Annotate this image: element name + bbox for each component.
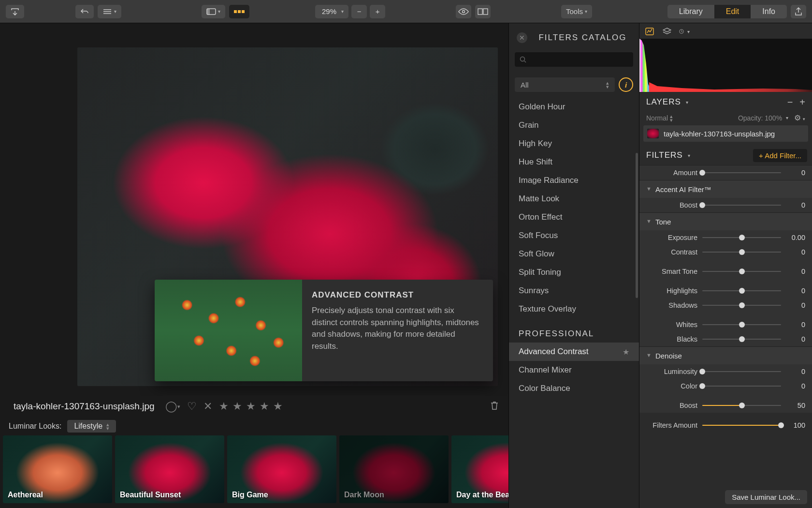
slider-boost[interactable]: Boost50 <box>639 398 812 413</box>
color-tag-button[interactable]: ◯▾ <box>165 400 180 413</box>
slider-color[interactable]: Color0 <box>639 379 812 393</box>
catalog-item[interactable]: Hue Shift <box>509 153 639 171</box>
catalog-item[interactable]: Split Toning <box>509 263 639 282</box>
export-button[interactable] <box>6 5 24 18</box>
catalog-item[interactable]: Soft Glow <box>509 245 639 263</box>
catalog-close-button[interactable]: ✕ <box>517 32 527 43</box>
svg-rect-3 <box>238 10 241 13</box>
zoom-in-button[interactable]: + <box>370 5 385 18</box>
svg-rect-4 <box>242 10 245 13</box>
history-button[interactable]: ▾ <box>98 5 121 18</box>
look-item[interactable]: Big Game <box>227 435 336 503</box>
opacity-value[interactable]: 100% <box>765 114 782 122</box>
favorite-button[interactable]: ♡ <box>187 400 197 413</box>
add-filter-button[interactable]: + Add Filter... <box>753 149 807 162</box>
filter-group-header[interactable]: ▼Tone <box>639 213 812 230</box>
slider-whites[interactable]: Whites0 <box>639 317 812 332</box>
preview-toggle-button[interactable] <box>456 5 471 18</box>
slider-smart-tone[interactable]: Smart Tone0 <box>639 264 812 279</box>
filter-group-header[interactable]: ▼Accent AI Filter™ <box>639 180 812 198</box>
layers-section-header[interactable]: LAYERS ▾ − + <box>639 92 812 112</box>
layer-settings-button[interactable]: ⚙▾ <box>794 113 805 122</box>
slider-highlights[interactable]: Highlights0 <box>639 284 812 298</box>
filter-group-header[interactable]: ▼Denoise <box>639 347 812 364</box>
delete-button[interactable] <box>490 401 499 413</box>
compare-button[interactable] <box>475 5 491 18</box>
look-item[interactable]: Beautiful Sunset <box>115 435 224 503</box>
layer-row[interactable]: tayla-kohler-1307163-unsplash.jpg <box>643 125 808 142</box>
tab-library[interactable]: Library <box>667 5 714 18</box>
catalog-item[interactable]: High Key <box>509 134 639 153</box>
scrollbar[interactable] <box>636 153 638 298</box>
slider-exposure[interactable]: Exposure0.00 <box>639 230 812 245</box>
layers-tab-icon[interactable] <box>662 26 672 37</box>
slider-blacks[interactable]: Blacks0 <box>639 332 812 346</box>
tab-edit[interactable]: Edit <box>714 5 751 18</box>
undo-button[interactable] <box>75 5 94 18</box>
catalog-item[interactable]: Color Balance <box>509 379 639 398</box>
look-item[interactable]: Dark Moon <box>339 435 449 503</box>
mode-tabs: Library Edit Info <box>667 5 787 18</box>
slider-boost[interactable]: Boost0 <box>639 198 812 212</box>
catalog-group-header: PROFESSIONAL <box>509 318 639 343</box>
svg-point-5 <box>463 10 465 13</box>
canvas-area[interactable]: ADVANCED CONTRAST Precisely adjusts tona… <box>0 23 508 396</box>
sidebar-toggle-button[interactable]: ▾ <box>202 5 225 18</box>
catalog-item[interactable]: Image Radiance <box>509 171 639 190</box>
blend-mode-dropdown[interactable]: Normal ▴▾ <box>646 114 673 122</box>
filter-tooltip-thumb <box>155 280 302 381</box>
favorite-star-icon[interactable]: ★ <box>623 347 629 357</box>
save-look-button[interactable]: Save Luminar Look... <box>725 490 807 504</box>
slider-amount[interactable]: Amount0 <box>639 165 812 180</box>
slider-luminosity[interactable]: Luminosity0 <box>639 364 812 379</box>
share-button[interactable] <box>791 5 806 18</box>
catalog-item[interactable]: Soft Focus <box>509 226 639 245</box>
looks-category-dropdown[interactable]: Lifestyle ▴▾ <box>67 420 116 433</box>
tab-info[interactable]: Info <box>751 5 787 18</box>
zoom-dropdown[interactable]: 29%▾ <box>315 5 348 18</box>
filters-scroll[interactable]: Amount0▼Accent AI Filter™Boost0▼ToneExpo… <box>639 165 812 490</box>
catalog-item[interactable]: Sunrays <box>509 282 639 300</box>
svg-rect-1 <box>207 9 210 15</box>
svg-rect-7 <box>483 9 488 15</box>
looks-bar: Luminar Looks: Lifestyle ▴▾ <box>0 417 508 435</box>
reject-button[interactable]: ✕ <box>203 400 212 413</box>
opacity-label: Opacity: <box>738 114 763 122</box>
catalog-info-button[interactable]: i <box>619 77 633 92</box>
catalog-item[interactable]: Orton Effect <box>509 208 639 226</box>
catalog-item[interactable]: Golden Hour <box>509 98 639 116</box>
history-tab-icon[interactable]: ▾ <box>679 26 690 37</box>
looks-strip[interactable]: Aethereal Beautiful Sunset Big Game Dark… <box>0 435 508 508</box>
catalog-item[interactable]: Channel Mixer <box>509 361 639 379</box>
histogram <box>639 39 812 92</box>
catalog-list[interactable]: Golden HourGrainHigh KeyHue ShiftImage R… <box>509 95 639 508</box>
look-item[interactable]: Aethereal <box>3 435 112 503</box>
svg-rect-2 <box>234 10 237 13</box>
filename-label: tayla-kohler-1307163-unsplash.jpg <box>14 401 155 412</box>
layer-controls: Normal ▴▾ Opacity: 100%▾ ⚙▾ <box>639 112 812 125</box>
filter-tooltip: ADVANCED CONTRAST Precisely adjusts tona… <box>155 280 493 381</box>
tools-dropdown[interactable]: Tools▾ <box>561 5 592 18</box>
zoom-out-button[interactable]: − <box>351 5 367 18</box>
svg-point-8 <box>521 57 525 61</box>
rating-stars[interactable]: ★ ★ ★ ★ ★ <box>219 400 283 413</box>
histogram-tab-icon[interactable] <box>644 26 655 37</box>
catalog-item[interactable]: Matte Look <box>509 190 639 208</box>
catalog-item[interactable]: Advanced Contrast★ <box>509 343 639 361</box>
catalog-filter-dropdown[interactable]: All ▴▾ <box>515 77 615 92</box>
slider-filters-amount[interactable]: Filters Amount100 <box>639 413 812 434</box>
look-item[interactable]: Day at the Beach <box>451 435 508 503</box>
filmstrip-toggle-button[interactable] <box>229 5 249 18</box>
catalog-title: FILTERS CATALOG <box>534 33 631 43</box>
catalog-search-input[interactable] <box>515 52 633 67</box>
slider-contrast[interactable]: Contrast0 <box>639 245 812 259</box>
looks-label: Luminar Looks: <box>9 422 61 431</box>
filters-section-header: FILTERS ▾ + Add Filter... <box>639 146 812 165</box>
slider-shadows[interactable]: Shadows0 <box>639 298 812 313</box>
layers-collapse-button[interactable]: − <box>787 97 793 108</box>
catalog-item[interactable]: Grain <box>509 116 639 134</box>
catalog-item[interactable]: Texture Overlay <box>509 300 639 318</box>
add-layer-button[interactable]: + <box>799 97 805 108</box>
svg-rect-6 <box>478 9 482 15</box>
file-info-bar: tayla-kohler-1307163-unsplash.jpg ◯▾ ♡ ✕… <box>0 396 508 417</box>
